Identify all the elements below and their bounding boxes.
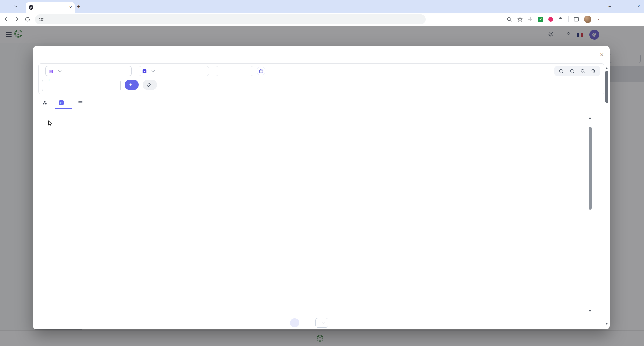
plus-icon: + <box>129 82 132 87</box>
modal-scroll-up-icon[interactable] <box>605 67 608 69</box>
preparation-toolbar: P + + <box>38 63 604 94</box>
zoom-in-icon[interactable] <box>589 67 598 75</box>
tab-preparation[interactable]: P <box>55 98 72 109</box>
stock-table <box>42 115 588 314</box>
tab-close-icon[interactable]: × <box>69 5 72 10</box>
configuration-panel: + <box>42 80 121 91</box>
eraser-icon <box>147 83 151 87</box>
edit-preparation-modal: × P <box>33 46 610 329</box>
distribute-button[interactable]: + <box>125 80 139 90</box>
extension-dim-icon[interactable] <box>528 17 533 22</box>
forward-icon[interactable] <box>12 15 21 24</box>
modal-tabs: P <box>38 98 604 109</box>
warehouse-icon <box>49 69 53 73</box>
side-panel-icon[interactable] <box>574 17 579 22</box>
scroll-down-icon[interactable] <box>589 310 591 312</box>
zone-select[interactable]: P <box>139 66 209 76</box>
expand-plus-icon[interactable]: + <box>48 77 50 83</box>
reset-values-button[interactable] <box>143 80 157 90</box>
modal-scrollbar[interactable] <box>605 65 609 327</box>
search-icon[interactable] <box>578 67 587 75</box>
pagination <box>13 318 590 328</box>
current-page-button[interactable] <box>290 318 299 327</box>
window-close-button[interactable]: × <box>636 4 641 9</box>
table-scrollbar-thumb[interactable] <box>589 127 592 210</box>
tab-liste-distribution[interactable] <box>74 98 89 109</box>
window-maximize-button[interactable] <box>623 5 626 8</box>
window-minimize-button[interactable]: – <box>607 4 612 9</box>
zone-p-icon: P <box>142 69 147 73</box>
share-icon[interactable] <box>558 17 563 22</box>
scroll-up-icon[interactable] <box>589 117 591 119</box>
browser-tab[interactable]: × <box>26 2 75 13</box>
modal-close-icon[interactable]: × <box>600 51 604 58</box>
list-icon <box>78 100 83 105</box>
configuration-panel-toggle[interactable]: + <box>46 77 55 83</box>
chevron-down-icon <box>322 321 325 324</box>
tab-search-button[interactable] <box>12 4 19 9</box>
modal-scrollbar-thumb[interactable] <box>605 71 608 103</box>
profile-avatar[interactable] <box>584 16 591 23</box>
site-settings-icon[interactable] <box>39 17 44 22</box>
zoom-out-icon[interactable] <box>556 67 566 75</box>
browser-titlebar: × + – × <box>0 0 644 13</box>
modal-scroll-down-icon[interactable] <box>605 323 608 325</box>
svg-text:P: P <box>144 70 146 73</box>
reload-icon[interactable] <box>23 15 32 24</box>
date-input[interactable] <box>216 66 253 76</box>
depot-select[interactable] <box>45 66 132 76</box>
back-icon[interactable] <box>1 15 11 24</box>
preparation-p-icon: P <box>59 100 64 105</box>
extension-red-icon[interactable] <box>548 17 553 22</box>
search-icon[interactable] <box>507 17 512 22</box>
url-bar[interactable] <box>35 14 426 24</box>
new-tab-button[interactable]: + <box>77 3 80 10</box>
chevron-down-icon <box>58 69 62 72</box>
calendar-icon[interactable] <box>257 67 265 75</box>
menu-kebab-icon[interactable]: ⋮ <box>596 17 601 22</box>
zoom-out-small-icon[interactable] <box>567 67 577 75</box>
chevron-down-icon <box>152 69 155 72</box>
table-zoom-controls <box>554 66 600 76</box>
stock-cubes-icon <box>42 100 47 105</box>
mouse-cursor <box>48 120 53 128</box>
page-size-select[interactable] <box>315 318 328 328</box>
angular-favicon <box>29 5 34 10</box>
table-scrollbar[interactable] <box>588 115 592 314</box>
tab-stock[interactable] <box>38 98 53 109</box>
browser-toolbar: ✓ ⋮ <box>0 13 644 26</box>
bookmark-star-icon[interactable] <box>517 17 523 22</box>
extension-green-icon[interactable]: ✓ <box>538 17 543 22</box>
